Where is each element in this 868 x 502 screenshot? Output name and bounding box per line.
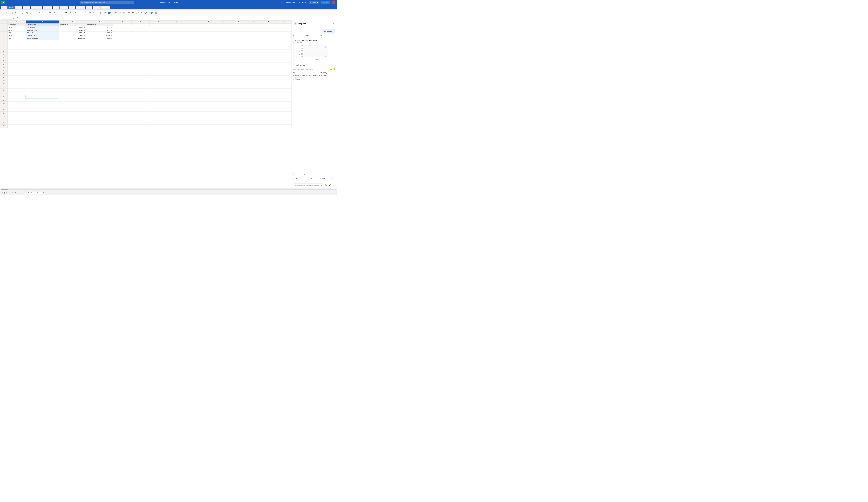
- merge-button[interactable]: ⊟▾: [68, 11, 72, 14]
- cell-e1[interactable]: [113, 23, 131, 26]
- col-header-e[interactable]: E: [113, 20, 131, 23]
- cell-d3[interactable]: 4,316.92: [86, 29, 113, 32]
- cell-d1[interactable]: Amount2LCY ▾: [86, 23, 113, 26]
- settings-button[interactable]: ⚙: [281, 1, 284, 4]
- sheet-tab-2[interactable]: TopCustomerData: [27, 191, 42, 195]
- next-sheet-button[interactable]: ▶: [4, 192, 6, 194]
- cell-a4[interactable]: 50000: [8, 31, 26, 34]
- copilot-sticker-button[interactable]: 🎨: [324, 184, 328, 187]
- sum-button[interactable]: Σ▾: [127, 11, 131, 14]
- redo-button[interactable]: ↪: [6, 11, 8, 14]
- cell-b5[interactable]: School of Fine Art: [26, 34, 59, 37]
- font-color-button[interactable]: A▾: [48, 11, 52, 14]
- menu-item-help[interactable]: Help: [86, 6, 92, 9]
- menu-item-share[interactable]: Share: [23, 6, 30, 9]
- cell-c3[interactable]: 71,453.00: [59, 29, 86, 32]
- cell-b2[interactable]: Trey Research12: [26, 26, 59, 29]
- cell-c1[interactable]: AmountLCY ▾: [59, 23, 86, 26]
- cell-c4[interactable]: 83,956.40: [59, 31, 86, 34]
- col-header-d[interactable]: D: [86, 20, 113, 23]
- col-header-f[interactable]: F: [131, 20, 149, 23]
- menu-item-page-layout[interactable]: Page Layout: [31, 6, 42, 9]
- fill-button[interactable]: ⬇▾: [131, 11, 135, 14]
- col-header-a[interactable]: A: [8, 20, 26, 23]
- cell-c2[interactable]: 59,793.00: [59, 26, 86, 29]
- menu-item-review[interactable]: Review: [60, 6, 69, 9]
- copilot-mic-button[interactable]: 🎤: [328, 184, 332, 187]
- find-button[interactable]: 🔍▾: [143, 11, 147, 14]
- clear-button[interactable]: 🧹▾: [135, 11, 140, 14]
- font-family-select[interactable]: Segoe UI (Body): [19, 11, 37, 14]
- format-painter-button[interactable]: 🖌: [14, 11, 17, 14]
- cell-b1[interactable]: CustomerName ▾: [26, 23, 59, 26]
- copilot-ribbon-button[interactable]: 🤖: [154, 11, 157, 14]
- col-header-g[interactable]: G: [149, 20, 168, 23]
- col-header-m[interactable]: M: [246, 20, 261, 23]
- cell-a24[interactable]: [8, 95, 26, 98]
- add-sheet-button[interactable]: +: [42, 191, 45, 194]
- percent-button[interactable]: %: [92, 11, 95, 14]
- number-format-select[interactable]: General: [73, 11, 88, 14]
- menu-item-data[interactable]: Data: [53, 6, 60, 9]
- menu-item-draw[interactable]: Draw: [93, 6, 100, 9]
- first-sheet-button[interactable]: ⏮: [1, 192, 2, 194]
- thumbs-up-button[interactable]: 👍: [330, 68, 332, 70]
- thumbs-down-button[interactable]: 👎: [333, 68, 335, 70]
- comma-button[interactable]: ,: [95, 11, 97, 14]
- format-cells-button[interactable]: ⊟▾: [122, 11, 125, 14]
- cell-i1[interactable]: [186, 23, 201, 26]
- col-header-n[interactable]: N: [261, 20, 276, 23]
- copilot-send-button[interactable]: ➤: [332, 184, 335, 187]
- cell-b3[interactable]: Alpine Ski House: [26, 29, 59, 32]
- cell-d4[interactable]: 8,836.80: [86, 31, 113, 34]
- all-sheets-button[interactable]: ☰: [8, 192, 10, 194]
- cell-c6[interactable]: 225,613.00: [59, 37, 86, 40]
- cell-f1[interactable]: [131, 23, 149, 26]
- font-size-select[interactable]: 11: [38, 11, 45, 14]
- editing-button[interactable]: ✏ Editing ▾: [309, 1, 319, 4]
- share-button[interactable]: ↗ Share: [321, 1, 330, 4]
- cell-d5[interactable]: 42,394.47: [86, 34, 113, 37]
- menu-item-file[interactable]: File: [1, 6, 7, 9]
- format-as-table-button[interactable]: ⊞▾: [103, 11, 107, 14]
- col-header-o[interactable]: O: [276, 20, 291, 23]
- conditional-format-button[interactable]: ▤▾: [99, 11, 103, 14]
- cell-o1[interactable]: [276, 23, 291, 26]
- col-header-k[interactable]: K: [216, 20, 231, 23]
- wrap-text-button[interactable]: ⇌: [65, 11, 68, 14]
- horizontal-scrollbar[interactable]: [1, 189, 336, 190]
- menu-item-formulas[interactable]: Formulas: [43, 6, 52, 9]
- copilot-input[interactable]: [293, 184, 323, 187]
- cell-reference[interactable]: B24: [1, 17, 12, 19]
- undo-button[interactable]: ↩: [2, 11, 5, 14]
- paste-button[interactable]: 📋: [10, 11, 14, 14]
- cell-c5[interactable]: 223,316.70: [59, 34, 86, 37]
- cell-m1[interactable]: [246, 23, 261, 26]
- copilot-close-button[interactable]: ×: [333, 22, 335, 26]
- cell-b6[interactable]: Adatum Corporation: [26, 37, 59, 40]
- cell-a1[interactable]: CustomerNo ▾: [8, 23, 26, 26]
- menu-item-view[interactable]: View: [69, 6, 75, 9]
- cell-styles-button[interactable]: 🟦▾: [107, 11, 112, 14]
- comments-button[interactable]: 💬 Comments: [285, 1, 296, 4]
- col-header-c[interactable]: C: [59, 20, 86, 23]
- avatar[interactable]: U: [332, 1, 335, 4]
- sort-button[interactable]: ↕▾: [140, 11, 143, 14]
- insert-function-icon[interactable]: ƒ: [17, 17, 18, 19]
- cell-a2[interactable]: 20000: [8, 26, 26, 29]
- cell-l1[interactable]: [231, 23, 246, 26]
- cell-a3[interactable]: 40000: [8, 29, 26, 32]
- suggestion-chip-1[interactable]: What is the highest AmountLCY?: [293, 172, 335, 176]
- cell-a5[interactable]: 30000: [8, 34, 26, 37]
- currency-button[interactable]: $▾: [89, 11, 92, 14]
- more-font-button[interactable]: •••: [56, 11, 60, 14]
- copy-button[interactable]: 📋 Copy: [293, 77, 302, 81]
- spreadsheet[interactable]: A B C D E F G H I J K L M N O: [0, 20, 291, 188]
- last-sheet-button[interactable]: ⏭: [6, 192, 7, 194]
- col-header-h[interactable]: H: [168, 20, 186, 23]
- delete-cells-button[interactable]: ⊖▾: [118, 11, 121, 14]
- catch-up-button[interactable]: ⚡ Catch up: [298, 1, 307, 4]
- menu-item-automate[interactable]: Automate: [76, 6, 86, 9]
- cell-b4[interactable]: Relecloud: [26, 31, 59, 34]
- add-to-sheet-button[interactable]: + Add to sheet: [293, 63, 307, 67]
